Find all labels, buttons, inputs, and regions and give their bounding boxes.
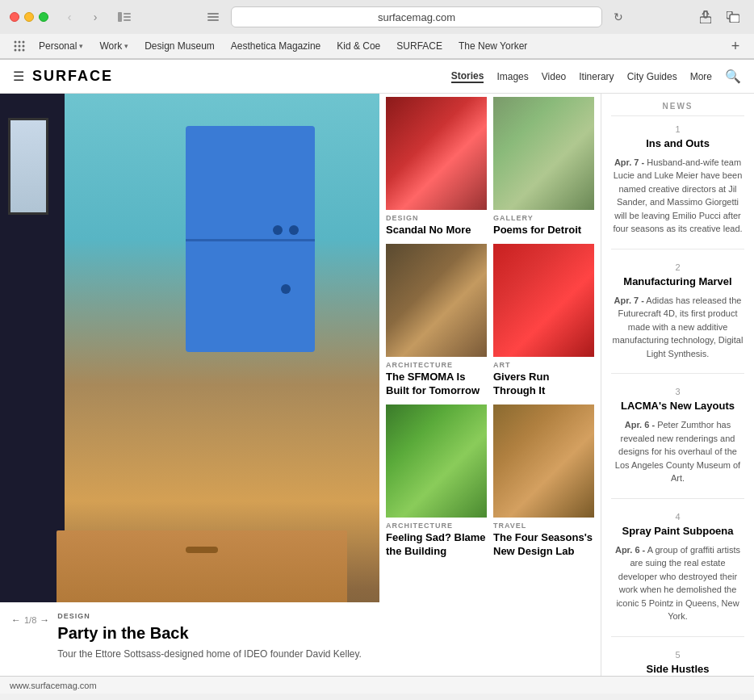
svg-point-11 bbox=[15, 41, 17, 44]
grid-image-3 bbox=[493, 244, 594, 357]
nav-video[interactable]: Video bbox=[542, 71, 566, 82]
grid-item-0[interactable]: DESIGN Scandal No More bbox=[386, 97, 487, 237]
svg-point-19 bbox=[23, 49, 25, 52]
grid-item-3[interactable]: ART Givers Run Through It bbox=[493, 244, 594, 398]
nav-city-guides[interactable]: City Guides bbox=[627, 71, 677, 82]
sidebar-toggle-button[interactable] bbox=[113, 8, 136, 26]
svg-rect-10 bbox=[730, 15, 739, 23]
back-button[interactable]: ‹ bbox=[58, 8, 81, 26]
grid-image-1 bbox=[493, 97, 594, 210]
hero-prev-button[interactable]: ← bbox=[11, 614, 21, 626]
news-title-4: Side Hustles bbox=[611, 663, 744, 676]
grid-title-0: Scandal No More bbox=[386, 224, 487, 237]
svg-rect-1 bbox=[124, 13, 131, 15]
forward-button[interactable]: › bbox=[84, 8, 107, 26]
svg-rect-3 bbox=[124, 19, 131, 21]
site-navigation: Stories Images Video Itinerary City Guid… bbox=[451, 69, 741, 84]
svg-point-13 bbox=[23, 41, 25, 44]
news-num-1: 2 bbox=[611, 262, 744, 272]
nav-more[interactable]: More bbox=[690, 71, 712, 82]
nav-itinerary[interactable]: Itinerary bbox=[579, 71, 614, 82]
site-header: ☰ SURFACE Stories Images Video Itinerary… bbox=[0, 60, 754, 94]
grid-item-2[interactable]: ARCHITECTURE The SFMOMA Is Built for Tom… bbox=[386, 244, 487, 398]
nav-stories[interactable]: Stories bbox=[451, 70, 484, 83]
news-title-2: LACMA's New Layouts bbox=[611, 400, 744, 413]
add-bookmark-button[interactable]: + bbox=[727, 37, 744, 55]
news-num-2: 3 bbox=[611, 387, 744, 396]
news-text-2: Apr. 6 - Peter Zumthor has revealed new … bbox=[611, 418, 744, 485]
news-item-4[interactable]: 5 Side Hustles Apr. 6 - Hood by Air is b… bbox=[611, 650, 744, 676]
grid-category-0: DESIGN bbox=[386, 214, 487, 222]
site-menu-icon[interactable]: ☰ bbox=[13, 69, 24, 84]
refresh-button[interactable]: ↻ bbox=[609, 8, 628, 26]
news-item-1[interactable]: 2 Manufacturing Marvel Apr. 7 - Adidas h… bbox=[611, 262, 744, 374]
decorative-dresser bbox=[57, 530, 347, 611]
grid-category-2: ARCHITECTURE bbox=[386, 361, 487, 369]
bookmark-design-museum[interactable]: Design Museum bbox=[138, 39, 221, 53]
decorative-cabinet bbox=[186, 126, 315, 352]
grid-image-0 bbox=[386, 97, 487, 210]
bookmark-work[interactable]: Work ▾ bbox=[93, 39, 135, 53]
address-bar[interactable]: surfacemag.com bbox=[231, 6, 602, 27]
nav-images[interactable]: Images bbox=[496, 71, 528, 82]
grid-image-4 bbox=[386, 404, 487, 518]
grid-image-5 bbox=[493, 404, 594, 518]
bookmark-new-yorker[interactable]: The New Yorker bbox=[452, 39, 534, 53]
grid-title-4: Feeling Sad? Blame the Building bbox=[386, 531, 487, 559]
news-item-0[interactable]: 1 Ins and Outs Apr. 7 - Husband-and-wife… bbox=[611, 124, 744, 249]
news-item-3[interactable]: 4 Spray Paint Subpoena Apr. 6 - A group … bbox=[611, 512, 744, 637]
fullscreen-button[interactable] bbox=[39, 12, 48, 22]
minimize-button[interactable] bbox=[24, 12, 34, 22]
close-button[interactable] bbox=[10, 12, 19, 22]
hero-next-button[interactable]: → bbox=[40, 614, 49, 626]
grid-item-5[interactable]: TRAVEL The Four Seasons's New Design Lab bbox=[493, 404, 594, 559]
page-menu-button[interactable] bbox=[202, 8, 224, 26]
hero-title: Party in the Back bbox=[57, 623, 362, 643]
svg-rect-2 bbox=[124, 16, 131, 18]
news-num-3: 4 bbox=[611, 512, 744, 522]
svg-point-17 bbox=[15, 49, 17, 52]
site-logo: SURFACE bbox=[32, 68, 113, 85]
bookmark-aesthetica[interactable]: Aesthetica Magazine bbox=[224, 39, 327, 53]
hero-description: Tour the Ettore Sottsass-designed home o… bbox=[57, 648, 362, 661]
svg-point-16 bbox=[23, 45, 25, 48]
status-url: www.surfacemag.com bbox=[10, 681, 97, 690]
svg-point-14 bbox=[15, 45, 17, 48]
svg-point-15 bbox=[19, 45, 21, 48]
svg-rect-5 bbox=[207, 16, 219, 18]
svg-rect-4 bbox=[207, 13, 219, 15]
hero-category: DESIGN bbox=[57, 612, 362, 620]
hero-caption: ← 1/8 → DESIGN Party in the Back Tour th… bbox=[0, 602, 379, 676]
news-title-3: Spray Paint Subpoena bbox=[611, 525, 744, 539]
svg-point-18 bbox=[19, 49, 21, 52]
grid-item-1[interactable]: GALLERY Poems for Detroit bbox=[493, 97, 594, 237]
hero-section[interactable]: ← 1/8 → DESIGN Party in the Back Tour th… bbox=[0, 94, 379, 676]
decorative-window bbox=[0, 94, 65, 676]
search-icon[interactable]: 🔍 bbox=[725, 69, 741, 84]
news-item-2[interactable]: 3 LACMA's New Layouts Apr. 6 - Peter Zum… bbox=[611, 387, 744, 498]
news-title-0: Ins and Outs bbox=[611, 137, 744, 151]
news-title-1: Manufacturing Marvel bbox=[611, 275, 744, 289]
grid-title-1: Poems for Detroit bbox=[493, 224, 594, 237]
new-tab-button[interactable] bbox=[722, 8, 744, 26]
news-num-4: 5 bbox=[611, 650, 744, 660]
bookmark-kid-coe[interactable]: Kid & Coe bbox=[330, 39, 387, 53]
apps-grid-button[interactable] bbox=[10, 37, 29, 55]
bookmark-surface[interactable]: SURFACE bbox=[390, 39, 449, 53]
decorative-window-frame bbox=[8, 118, 48, 215]
grid-category-4: ARCHITECTURE bbox=[386, 522, 487, 530]
grid-item-4[interactable]: ARCHITECTURE Feeling Sad? Blame the Buil… bbox=[386, 404, 487, 559]
svg-rect-0 bbox=[118, 12, 122, 22]
svg-rect-6 bbox=[207, 19, 219, 21]
svg-point-12 bbox=[19, 41, 21, 44]
grid-category-5: TRAVEL bbox=[493, 522, 594, 530]
bookmark-personal[interactable]: Personal ▾ bbox=[32, 39, 90, 53]
news-header: NEWS bbox=[611, 102, 744, 116]
news-text-0: Apr. 7 - Husband-and-wife team Lucie and… bbox=[611, 156, 744, 236]
traffic-lights bbox=[10, 12, 48, 22]
article-grid: DESIGN Scandal No More GALLERY Poems for… bbox=[379, 94, 601, 676]
share-button[interactable] bbox=[694, 8, 717, 26]
grid-image-2 bbox=[386, 244, 487, 357]
grid-category-1: GALLERY bbox=[493, 214, 594, 222]
bookmarks-bar: Personal ▾ Work ▾ Design Museum Aestheti… bbox=[0, 34, 754, 59]
